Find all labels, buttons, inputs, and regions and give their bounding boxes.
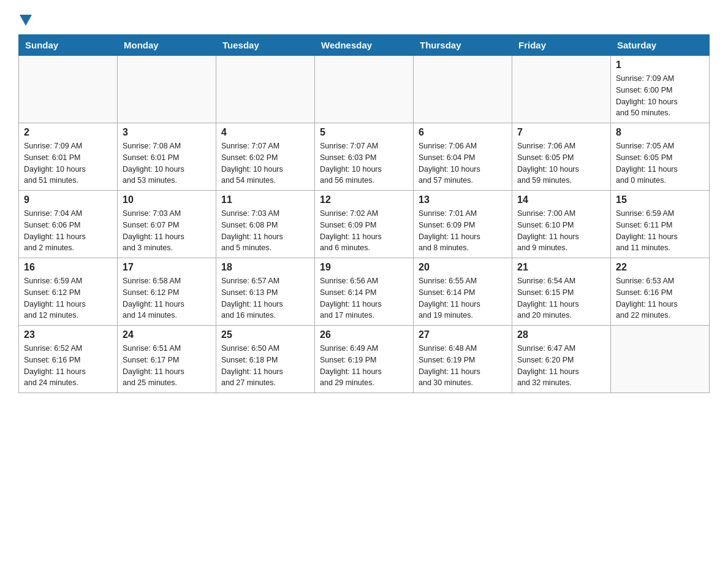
day-info: Sunrise: 7:07 AM Sunset: 6:03 PM Dayligh…	[320, 140, 408, 186]
calendar-cell: 6Sunrise: 7:06 AM Sunset: 6:04 PM Daylig…	[414, 123, 512, 191]
day-number: 7	[517, 127, 605, 138]
calendar-cell	[19, 56, 118, 123]
day-info: Sunrise: 7:08 AM Sunset: 6:01 PM Dayligh…	[123, 140, 211, 186]
day-number: 9	[24, 194, 112, 205]
calendar-week-3: 9Sunrise: 7:04 AM Sunset: 6:06 PM Daylig…	[19, 191, 710, 258]
calendar-cell: 13Sunrise: 7:01 AM Sunset: 6:09 PM Dayli…	[414, 191, 512, 258]
day-info: Sunrise: 6:55 AM Sunset: 6:14 PM Dayligh…	[419, 275, 507, 321]
day-info: Sunrise: 6:47 AM Sunset: 6:20 PM Dayligh…	[517, 343, 605, 389]
calendar-table: SundayMondayTuesdayWednesdayThursdayFrid…	[18, 34, 710, 393]
day-number: 27	[419, 329, 507, 340]
day-number: 10	[123, 194, 211, 205]
day-number: 22	[616, 262, 704, 273]
day-number: 25	[221, 329, 309, 340]
day-info: Sunrise: 7:00 AM Sunset: 6:10 PM Dayligh…	[517, 208, 605, 254]
day-info: Sunrise: 7:07 AM Sunset: 6:02 PM Dayligh…	[221, 140, 309, 186]
calendar-cell: 24Sunrise: 6:51 AM Sunset: 6:17 PM Dayli…	[118, 326, 216, 393]
day-info: Sunrise: 6:52 AM Sunset: 6:16 PM Dayligh…	[24, 343, 112, 389]
day-number: 21	[517, 262, 605, 273]
calendar-cell: 17Sunrise: 6:58 AM Sunset: 6:12 PM Dayli…	[118, 258, 216, 326]
logo	[18, 12, 32, 25]
day-header-thursday: Thursday	[414, 35, 512, 56]
day-info: Sunrise: 7:03 AM Sunset: 6:08 PM Dayligh…	[221, 208, 309, 254]
day-info: Sunrise: 7:03 AM Sunset: 6:07 PM Dayligh…	[123, 208, 211, 254]
day-info: Sunrise: 6:54 AM Sunset: 6:15 PM Dayligh…	[517, 275, 605, 321]
day-header-saturday: Saturday	[611, 35, 710, 56]
day-info: Sunrise: 6:53 AM Sunset: 6:16 PM Dayligh…	[616, 275, 704, 321]
calendar-week-1: 1Sunrise: 7:09 AM Sunset: 6:00 PM Daylig…	[19, 56, 710, 123]
day-number: 3	[123, 127, 211, 138]
day-info: Sunrise: 6:59 AM Sunset: 6:12 PM Dayligh…	[24, 275, 112, 321]
day-info: Sunrise: 7:09 AM Sunset: 6:00 PM Dayligh…	[616, 73, 704, 119]
logo-triangle-icon	[20, 15, 32, 26]
calendar-cell: 2Sunrise: 7:09 AM Sunset: 6:01 PM Daylig…	[19, 123, 118, 191]
day-number: 20	[419, 262, 507, 273]
day-number: 8	[616, 127, 704, 138]
calendar-cell	[414, 56, 512, 123]
calendar-cell: 20Sunrise: 6:55 AM Sunset: 6:14 PM Dayli…	[414, 258, 512, 326]
calendar-cell: 9Sunrise: 7:04 AM Sunset: 6:06 PM Daylig…	[19, 191, 118, 258]
page-header	[18, 12, 710, 25]
calendar-cell: 28Sunrise: 6:47 AM Sunset: 6:20 PM Dayli…	[512, 326, 611, 393]
day-info: Sunrise: 7:09 AM Sunset: 6:01 PM Dayligh…	[24, 140, 112, 186]
day-info: Sunrise: 6:58 AM Sunset: 6:12 PM Dayligh…	[123, 275, 211, 321]
day-number: 17	[123, 262, 211, 273]
day-info: Sunrise: 7:02 AM Sunset: 6:09 PM Dayligh…	[320, 208, 408, 254]
calendar-cell	[512, 56, 611, 123]
day-info: Sunrise: 6:50 AM Sunset: 6:18 PM Dayligh…	[221, 343, 309, 389]
calendar-cell: 7Sunrise: 7:06 AM Sunset: 6:05 PM Daylig…	[512, 123, 611, 191]
day-number: 14	[517, 194, 605, 205]
calendar-cell: 3Sunrise: 7:08 AM Sunset: 6:01 PM Daylig…	[118, 123, 216, 191]
day-number: 2	[24, 127, 112, 138]
calendar-cell: 18Sunrise: 6:57 AM Sunset: 6:13 PM Dayli…	[216, 258, 315, 326]
day-header-wednesday: Wednesday	[315, 35, 414, 56]
day-info: Sunrise: 7:01 AM Sunset: 6:09 PM Dayligh…	[419, 208, 507, 254]
calendar-cell: 19Sunrise: 6:56 AM Sunset: 6:14 PM Dayli…	[315, 258, 414, 326]
day-number: 12	[320, 194, 408, 205]
calendar-cell: 1Sunrise: 7:09 AM Sunset: 6:00 PM Daylig…	[611, 56, 710, 123]
day-number: 6	[419, 127, 507, 138]
day-info: Sunrise: 7:05 AM Sunset: 6:05 PM Dayligh…	[616, 140, 704, 186]
day-number: 26	[320, 329, 408, 340]
calendar-cell: 4Sunrise: 7:07 AM Sunset: 6:02 PM Daylig…	[216, 123, 315, 191]
day-info: Sunrise: 6:56 AM Sunset: 6:14 PM Dayligh…	[320, 275, 408, 321]
day-number: 1	[616, 59, 704, 71]
day-number: 28	[517, 329, 605, 340]
day-number: 11	[221, 194, 309, 205]
day-number: 15	[616, 194, 704, 205]
day-number: 5	[320, 127, 408, 138]
calendar-cell: 21Sunrise: 6:54 AM Sunset: 6:15 PM Dayli…	[512, 258, 611, 326]
calendar-cell	[118, 56, 216, 123]
calendar-cell: 10Sunrise: 7:03 AM Sunset: 6:07 PM Dayli…	[118, 191, 216, 258]
calendar-cell: 23Sunrise: 6:52 AM Sunset: 6:16 PM Dayli…	[19, 326, 118, 393]
day-info: Sunrise: 7:04 AM Sunset: 6:06 PM Dayligh…	[24, 208, 112, 254]
day-number: 4	[221, 127, 309, 138]
calendar-cell: 12Sunrise: 7:02 AM Sunset: 6:09 PM Dayli…	[315, 191, 414, 258]
day-info: Sunrise: 6:59 AM Sunset: 6:11 PM Dayligh…	[616, 208, 704, 254]
day-number: 18	[221, 262, 309, 273]
calendar-cell: 22Sunrise: 6:53 AM Sunset: 6:16 PM Dayli…	[611, 258, 710, 326]
day-info: Sunrise: 7:06 AM Sunset: 6:05 PM Dayligh…	[517, 140, 605, 186]
day-number: 24	[123, 329, 211, 340]
day-header-tuesday: Tuesday	[216, 35, 315, 56]
calendar-cell: 26Sunrise: 6:49 AM Sunset: 6:19 PM Dayli…	[315, 326, 414, 393]
calendar-cell: 8Sunrise: 7:05 AM Sunset: 6:05 PM Daylig…	[611, 123, 710, 191]
calendar-week-2: 2Sunrise: 7:09 AM Sunset: 6:01 PM Daylig…	[19, 123, 710, 191]
day-number: 13	[419, 194, 507, 205]
day-info: Sunrise: 7:06 AM Sunset: 6:04 PM Dayligh…	[419, 140, 507, 186]
day-number: 23	[24, 329, 112, 340]
calendar-cell: 16Sunrise: 6:59 AM Sunset: 6:12 PM Dayli…	[19, 258, 118, 326]
day-number: 19	[320, 262, 408, 273]
day-number: 16	[24, 262, 112, 273]
calendar-header-row: SundayMondayTuesdayWednesdayThursdayFrid…	[19, 35, 710, 56]
calendar-cell: 5Sunrise: 7:07 AM Sunset: 6:03 PM Daylig…	[315, 123, 414, 191]
calendar-cell	[611, 326, 710, 393]
day-header-sunday: Sunday	[19, 35, 118, 56]
day-info: Sunrise: 6:49 AM Sunset: 6:19 PM Dayligh…	[320, 343, 408, 389]
calendar-cell: 14Sunrise: 7:00 AM Sunset: 6:10 PM Dayli…	[512, 191, 611, 258]
day-header-monday: Monday	[118, 35, 216, 56]
day-info: Sunrise: 6:51 AM Sunset: 6:17 PM Dayligh…	[123, 343, 211, 389]
calendar-cell	[216, 56, 315, 123]
calendar-cell: 25Sunrise: 6:50 AM Sunset: 6:18 PM Dayli…	[216, 326, 315, 393]
day-info: Sunrise: 6:57 AM Sunset: 6:13 PM Dayligh…	[221, 275, 309, 321]
